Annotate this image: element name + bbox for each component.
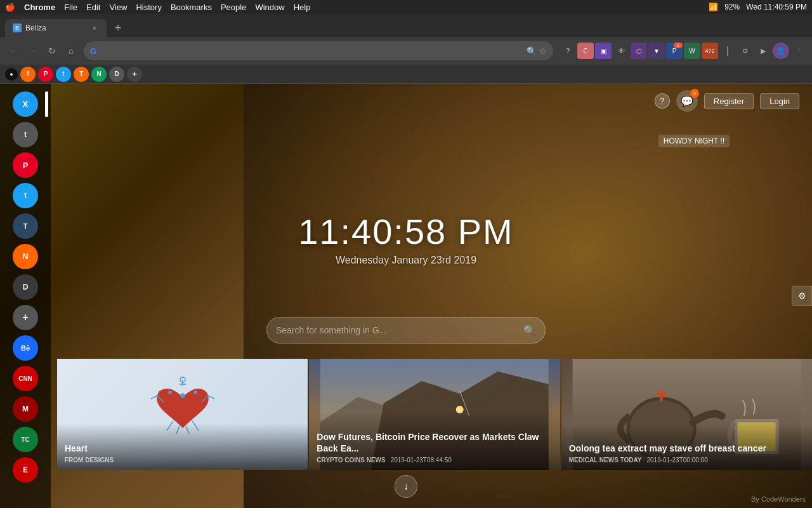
sidebar-item-m[interactable]: M [13,396,38,422]
ext-badge-count: 1 [674,43,683,48]
card1-source-name: FROM DESIGNS [65,457,114,464]
card1-overlay: Heart FROM DESIGNS [57,424,308,470]
search-input[interactable] [276,325,518,335]
ext-w[interactable]: W [684,43,700,59]
bookmark-7[interactable]: + [127,67,142,82]
svg-point-2 [194,391,197,394]
address-bar[interactable]: G 🔍 ☆ [84,41,553,60]
apple-menu[interactable]: 🍎 [5,3,15,12]
card2-date: 2019-01-23T08:44:50 [391,457,452,464]
home-button[interactable]: ⌂ [62,42,80,60]
settings-button[interactable]: ⚙ [792,286,812,306]
sidebar-item-cnn[interactable]: CNN [13,366,38,391]
bookmark-2[interactable]: P [38,67,53,82]
tab-bellza[interactable]: B Bellza × [5,19,107,37]
menu-window[interactable]: Window [255,3,284,12]
bookmark-1[interactable]: f [20,67,36,82]
ext-play[interactable]: ▶ [755,43,771,59]
chat-button[interactable]: 💬 6 [676,90,698,112]
bookmark-4[interactable]: T [74,67,89,82]
card3-title: Oolong tea extract may stave off breast … [569,443,804,454]
page-content: X t P t T N D + Bē CNN M TC E HOWDY NIGH… [0,84,812,508]
card1-source: FROM DESIGNS [65,457,300,464]
news-card-heart[interactable]: Heart FROM DESIGNS [57,359,308,470]
howdy-night-area: HOWDY NIGHT !! [658,135,730,146]
menu-edit[interactable]: Edit [86,3,100,12]
codewonders-credit: By CodeWonders [751,495,806,503]
tabbar: B Bellza × + [0,14,812,37]
ext-gear[interactable]: ⚙ [737,43,754,59]
search-area: 🔍 [266,317,546,344]
news-card-tea[interactable]: Oolong tea extract may stave off breast … [561,359,812,470]
news-cards: Heart FROM DESIGNS [57,359,812,470]
ext-menu[interactable]: ⋮ [790,43,807,59]
app-name[interactable]: Chrome [24,3,55,12]
ext-puzzle[interactable]: ⬡ [631,43,647,59]
register-button[interactable]: Register [704,93,754,109]
bookmark-5[interactable]: N [91,67,107,82]
ext-purple[interactable]: ▣ [595,43,612,59]
ext-eye[interactable]: 👁 [613,43,629,59]
left-sidebar: X t P t T N D + Bē CNN M TC E [0,84,51,508]
howdy-text: HOWDY NIGHT !! [658,135,730,147]
menu-people[interactable]: People [221,3,246,12]
google-icon: G [90,46,96,56]
menubar-right: 📶 92% Wed 11:40:59 PM [709,3,807,11]
svg-point-1 [169,391,171,394]
sidebar-item-d[interactable]: D [13,274,38,300]
sidebar-item-twitter[interactable]: t [13,183,38,208]
card3-overlay: Oolong tea extract may stave off breast … [561,424,812,470]
ext-c[interactable]: C [577,43,594,59]
sidebar-item-tumblr[interactable]: T [13,213,38,239]
chat-badge: 6 [690,89,699,98]
menu-help[interactable]: Help [294,3,311,12]
tab-favicon: B [13,23,22,32]
card1-title: Heart [65,443,300,454]
menu-view[interactable]: View [109,3,127,12]
bookmark-star-icon[interactable]: ☆ [539,46,547,56]
bookmark-3[interactable]: t [56,67,71,82]
nav-buttons: ← → ↻ ⌂ [5,42,80,60]
ext-avatar[interactable]: 👤 [773,43,789,59]
card3-source: MEDICAL NEWS TODAY 2019-01-23T00:00:00 [569,457,804,464]
clock: Wed 11:40:59 PM [746,3,807,11]
tab-close-button[interactable]: × [90,23,99,32]
reload-button[interactable]: ↻ [43,42,61,60]
ext-number[interactable]: 472 [702,43,718,59]
sidebar-item-t1[interactable]: t [13,122,38,147]
card3-source-name: MEDICAL NEWS TODAY [569,457,642,464]
menu-file[interactable]: File [64,3,77,12]
sidebar-item-pinterest[interactable]: P [13,152,38,178]
ext-bar[interactable]: | [719,43,736,59]
search-bar[interactable]: 🔍 [266,317,546,344]
date-display: Wednesday January 23rd 2019 [298,255,514,266]
help-button[interactable]: ? [655,93,670,109]
clock-area: 11:40:58 PM Wednesday January 23rd 2019 [298,211,514,266]
scroll-down-button[interactable]: ↓ [395,475,417,498]
sidebar-item-behance[interactable]: Bē [13,335,38,361]
svg-point-0 [181,394,185,398]
ext-question[interactable]: ? [560,43,576,59]
menu-history[interactable]: History [136,3,161,12]
ext-down[interactable]: ▼ [648,43,665,59]
card2-title: Dow Futures, Bitcoin Price Recover as Ma… [317,431,552,454]
search-icon: 🔍 [523,324,536,337]
news-card-bitcoin[interactable]: Dow Futures, Bitcoin Price Recover as Ma… [309,359,560,470]
bookmark-6[interactable]: D [109,67,124,82]
new-tab-button[interactable]: + [109,19,127,37]
back-button[interactable]: ← [5,42,23,60]
clock-display: 11:40:58 PM [298,211,514,252]
sidebar-item-plus[interactable]: + [13,305,38,330]
sidebar-item-e[interactable]: E [13,457,38,483]
address-bar-actions: 🔍 ☆ [527,46,547,56]
bookmark-0[interactable]: ● [5,68,18,81]
menu-bookmarks[interactable]: Bookmarks [171,3,212,12]
sidebar-item-tc[interactable]: TC [13,427,38,452]
wifi-icon: 📶 [709,3,718,11]
forward-button[interactable]: → [24,42,42,60]
sidebar-item-xero[interactable]: X [13,91,38,117]
ext-badge[interactable]: P 1 [666,43,683,59]
login-button[interactable]: Login [760,93,799,109]
card3-date: 2019-01-23T00:00:00 [647,457,708,464]
sidebar-item-n[interactable]: N [13,244,38,269]
